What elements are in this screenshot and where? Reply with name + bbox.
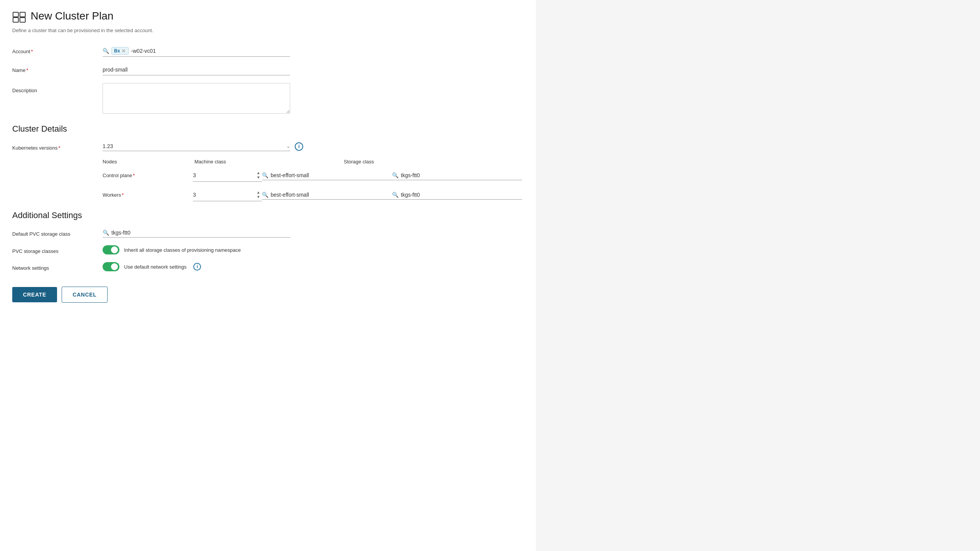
account-badge: Bx ✕ [111, 47, 129, 55]
description-label: Description [12, 83, 96, 93]
cluster-details-heading: Cluster Details [12, 124, 524, 134]
additional-settings-heading: Additional Settings [12, 210, 524, 220]
default-pvc-field: 🔍 [103, 228, 290, 238]
control-plane-row: Control plane* ▲ ▼ 🔍 🔍 [103, 169, 508, 182]
pvc-toggle-row: Inherit all storage classes of provision… [103, 245, 241, 254]
account-input-wrap[interactable]: 🔍 Bx ✕ [103, 46, 290, 57]
default-pvc-label: Default PVC storage class [12, 228, 96, 237]
control-plane-storage-input-wrap[interactable]: 🔍 [392, 171, 522, 180]
workers-nodes-input-wrap[interactable]: ▲ ▼ [193, 189, 262, 201]
description-input[interactable] [103, 83, 290, 114]
pvc-toggle-slider [103, 245, 119, 254]
pvc-search-icon: 🔍 [103, 230, 109, 236]
name-field [103, 64, 290, 75]
default-pvc-input[interactable] [111, 230, 290, 236]
control-plane-label: Control plane* [103, 173, 193, 178]
workers-nodes-up[interactable]: ▲ [255, 190, 262, 195]
action-buttons: CREATE CANCEL [12, 287, 524, 303]
create-button[interactable]: CREATE [12, 287, 57, 302]
account-input[interactable] [131, 48, 290, 54]
account-row: Account* 🔍 Bx ✕ [12, 46, 524, 57]
workers-storage-wrap: 🔍 [392, 190, 522, 200]
pvc-storage-classes-row: PVC storage classes Inherit all storage … [12, 245, 524, 254]
control-plane-nodes-input[interactable] [193, 172, 255, 178]
workers-storage-input[interactable] [401, 192, 522, 198]
description-row: Description [12, 83, 524, 115]
network-settings-row: Network settings Use default network set… [12, 262, 524, 271]
page-container: New Cluster Plan Define a cluster that c… [0, 0, 536, 551]
pvc-toggle[interactable] [103, 245, 119, 254]
control-plane-spinner[interactable]: ▲ ▼ [255, 171, 262, 180]
pvc-storage-classes-label: PVC storage classes [12, 245, 96, 254]
workers-storage-input-wrap[interactable]: 🔍 [392, 190, 522, 200]
workers-machine-input[interactable] [271, 192, 392, 198]
svg-rect-3 [20, 18, 25, 22]
grid-header: Nodes Machine class Storage class [103, 159, 508, 165]
control-plane-nodes-input-wrap[interactable]: ▲ ▼ [193, 169, 262, 182]
storage-search-icon-cp: 🔍 [392, 172, 399, 178]
machine-search-icon-cp: 🔍 [262, 172, 268, 178]
k8s-version-info-icon[interactable]: i [295, 142, 303, 151]
workers-nodes-down[interactable]: ▼ [255, 195, 262, 199]
default-pvc-input-wrap[interactable]: 🔍 [103, 228, 290, 238]
account-field: 🔍 Bx ✕ [103, 46, 290, 57]
search-icon: 🔍 [103, 48, 109, 54]
network-toggle-row: Use default network settings i [103, 262, 201, 271]
account-badge-text: Bx [114, 48, 120, 54]
k8s-version-label: Kubernetes versions* [12, 142, 96, 151]
control-plane-nodes-down[interactable]: ▼ [255, 175, 262, 180]
pvc-toggle-label: Inherit all storage classes of provision… [124, 247, 241, 253]
cluster-details-grid: Nodes Machine class Storage class Contro… [103, 159, 508, 201]
name-row: Name* [12, 64, 524, 75]
control-plane-nodes-up[interactable]: ▲ [255, 171, 262, 175]
workers-row: Workers* ▲ ▼ 🔍 🔍 [103, 189, 508, 201]
col-header-storage: Storage class [344, 159, 508, 165]
description-field [103, 83, 290, 115]
svg-rect-1 [13, 18, 18, 22]
network-settings-label: Network settings [12, 262, 96, 271]
network-info-icon[interactable]: i [193, 263, 201, 271]
k8s-version-select[interactable]: 1.23 1.24 1.25 [103, 143, 286, 149]
workers-spinner[interactable]: ▲ ▼ [255, 190, 262, 199]
network-toggle-slider [103, 262, 119, 271]
name-input[interactable] [103, 64, 290, 75]
workers-label: Workers* [103, 192, 193, 198]
default-pvc-row: Default PVC storage class 🔍 [12, 228, 524, 238]
network-toggle-label: Use default network settings [124, 264, 186, 270]
pvc-storage-classes-field: Inherit all storage classes of provision… [103, 245, 241, 254]
control-plane-machine-input-wrap[interactable]: 🔍 [262, 171, 392, 180]
network-settings-field: Use default network settings i [103, 262, 201, 271]
page-title-row: New Cluster Plan [12, 9, 524, 23]
workers-machine-wrap: 🔍 [262, 190, 392, 200]
workers-nodes-input[interactable] [193, 192, 255, 198]
storage-search-icon-workers: 🔍 [392, 192, 399, 198]
svg-rect-2 [20, 12, 25, 17]
account-label: Account* [12, 46, 96, 54]
chevron-down-icon: ⌄ [286, 143, 290, 149]
network-toggle[interactable] [103, 262, 119, 271]
control-plane-storage-input[interactable] [401, 172, 522, 178]
col-header-nodes: Nodes [103, 159, 194, 165]
svg-rect-0 [13, 12, 18, 17]
machine-search-icon-workers: 🔍 [262, 192, 268, 198]
name-label: Name* [12, 64, 96, 73]
col-header-machine: Machine class [194, 159, 344, 165]
cancel-button[interactable]: CANCEL [62, 287, 108, 303]
k8s-select-wrap[interactable]: 1.23 1.24 1.25 ⌄ [103, 142, 290, 151]
control-plane-machine-wrap: 🔍 [262, 171, 392, 180]
workers-machine-input-wrap[interactable]: 🔍 [262, 190, 392, 200]
cluster-icon [12, 9, 26, 23]
workers-nodes-wrap: ▲ ▼ [193, 189, 262, 201]
page-title: New Cluster Plan [31, 10, 113, 22]
k8s-version-control: 1.23 1.24 1.25 ⌄ i [103, 142, 303, 151]
k8s-version-row: Kubernetes versions* 1.23 1.24 1.25 ⌄ i [12, 142, 524, 151]
page-subtitle: Define a cluster that can be provisioned… [12, 28, 524, 33]
account-badge-remove[interactable]: ✕ [121, 48, 126, 54]
control-plane-machine-input[interactable] [271, 172, 392, 178]
control-plane-nodes-wrap: ▲ ▼ [193, 169, 262, 182]
control-plane-storage-wrap: 🔍 [392, 171, 522, 180]
